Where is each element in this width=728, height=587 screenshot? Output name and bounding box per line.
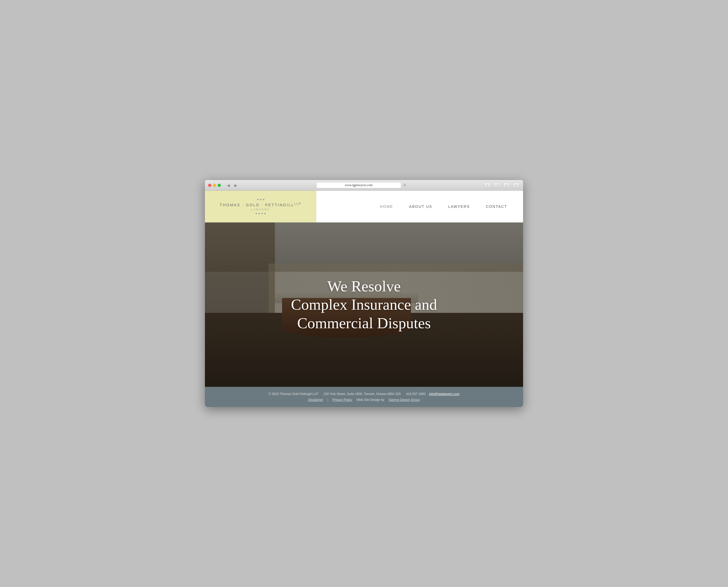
site-footer: © 2015 Thomas Gold Pettingill LLP 150 Yo… (205, 387, 523, 407)
share-button[interactable]: ↑ (484, 182, 491, 188)
footer-disclaimer-link[interactable]: Disclaimer (308, 398, 323, 402)
nav-about-us[interactable]: ABOUT US (409, 205, 432, 209)
browser-titlebar: ◀ ▶ www.tgplawyers.com ↻ ↑ ⬜ ↓ + (205, 180, 523, 191)
footer-email[interactable]: info@tgplawyers.com (429, 392, 460, 396)
footer-phone: 416.507.1800 (406, 392, 425, 396)
headline-line3: Commercial Disputes (297, 314, 431, 332)
new-tab-button[interactable]: + (513, 182, 520, 188)
logo-dot-b1 (256, 213, 257, 214)
maximize-button[interactable] (218, 184, 221, 187)
logo-subtitle: LAWYERS (251, 208, 270, 211)
hero-headline: We Resolve Complex Insurance and Commerc… (291, 277, 437, 332)
footer-design-company-link[interactable]: Swerve Design Group (389, 398, 420, 402)
logo-dot-2 (260, 199, 261, 200)
logo-dot-b3 (261, 213, 263, 214)
hero-section: We Resolve Complex Insurance and Commerc… (205, 222, 523, 387)
back-button[interactable]: ◀ (225, 183, 231, 188)
minimize-button[interactable] (213, 184, 216, 187)
logo-area: THOMAS · GOLD · PETTINGILLLLP LAWYERS (205, 191, 316, 222)
maximize-view-button[interactable]: ⬜ (493, 182, 501, 188)
footer-links: Disclaimer | Privacy Policy Web Site Des… (215, 398, 513, 402)
browser-window: ◀ ▶ www.tgplawyers.com ↻ ↑ ⬜ ↓ + TH (205, 180, 523, 407)
logo-dot-1 (257, 199, 258, 200)
forward-button[interactable]: ▶ (233, 183, 239, 188)
download-button[interactable]: ↓ (503, 182, 510, 188)
close-button[interactable] (208, 184, 211, 187)
site-header: THOMAS · GOLD · PETTINGILLLLP LAWYERS HO… (205, 191, 523, 222)
headline-line2: Complex Insurance and (291, 296, 437, 313)
footer-address: 150 York Street, Suite 1800, Toronto, On… (324, 392, 401, 396)
nav-contact[interactable]: CONTACT (486, 205, 507, 209)
nav-lawyers[interactable]: LAWYERS (448, 205, 470, 209)
website-content: THOMAS · GOLD · PETTINGILLLLP LAWYERS HO… (205, 191, 523, 407)
hero-content: We Resolve Complex Insurance and Commerc… (205, 222, 523, 387)
reload-icon[interactable]: ↻ (403, 183, 406, 187)
addressbar-area: www.tgplawyers.com ↻ (241, 182, 482, 188)
headline-line1: We Resolve (327, 278, 401, 295)
footer-main-info: © 2015 Thomas Gold Pettingill LLP 150 Yo… (215, 392, 513, 396)
logo-dot-b4 (264, 213, 266, 214)
logo-dots-bottom (256, 213, 266, 214)
footer-design-credit: Web Site Design by (357, 398, 384, 402)
footer-privacy-link[interactable]: Privacy Policy (332, 398, 352, 402)
address-bar[interactable]: www.tgplawyers.com (316, 182, 401, 188)
footer-copyright: © 2015 Thomas Gold Pettingill LLP (268, 392, 318, 396)
logo-dot-b2 (258, 213, 260, 214)
logo-dots-top (257, 199, 264, 200)
footer-separator: | (327, 398, 328, 402)
main-navigation: HOME ABOUT US LAWYERS CONTACT (316, 191, 523, 222)
nav-buttons: ◀ ▶ (225, 183, 239, 188)
logo-firm-name: THOMAS · GOLD · PETTINGILLLLP (220, 202, 301, 207)
browser-actions: ↑ ⬜ ↓ + (484, 182, 520, 188)
window-controls (208, 184, 221, 187)
logo-dot-3 (263, 199, 264, 200)
nav-home[interactable]: HOME (380, 205, 393, 209)
